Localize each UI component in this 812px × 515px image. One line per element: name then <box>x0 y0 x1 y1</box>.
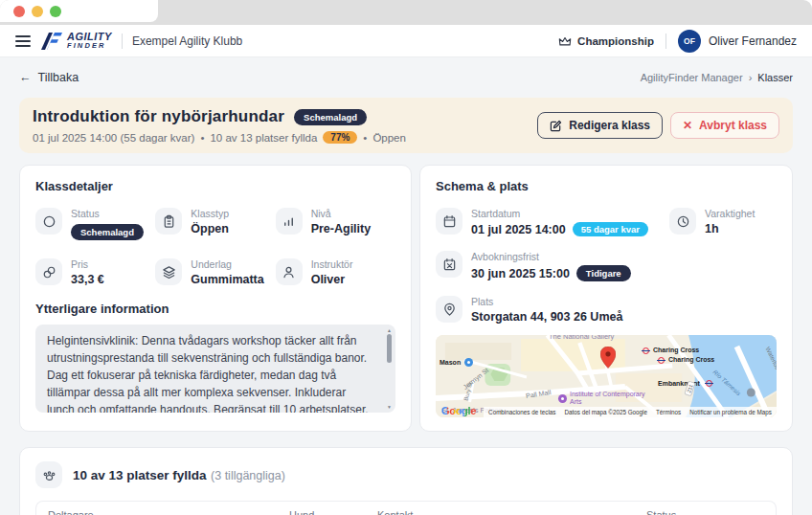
map-attribution: Combinaciones de teclas Datos del mapa ©… <box>484 407 777 417</box>
map-poi-mason-icon <box>464 358 473 367</box>
user-avatar: OF <box>678 30 701 53</box>
column-dog: Hund <box>289 509 377 515</box>
earlier-badge: Tidigare <box>576 265 631 281</box>
map-poi-ica-icon <box>558 394 567 403</box>
breadcrumb-current[interactable]: Klasser <box>757 72 793 83</box>
underground-roundel-icon <box>643 347 649 354</box>
clock-icon <box>669 208 696 235</box>
schedule-start: Startdatum 01 jul 2025 14:00 55 dagar kv… <box>436 208 669 236</box>
additional-info-text: Helgintensivklinik: Denna tvådagars work… <box>47 332 376 413</box>
participants-card: 10 av 13 platser fyllda (3 tillgängliga)… <box>19 447 793 515</box>
class-meta: 01 jul 2025 14:00 (55 dagar kvar) • 10 a… <box>33 131 406 144</box>
breadcrumb: AgilityFinder Manager › Klasser <box>641 72 793 83</box>
map-label-charing-cross-1: Charing Cross <box>653 347 699 353</box>
page-title: Introduktion för nybörjarhundar <box>33 107 284 126</box>
underground-roundel-icon-2 <box>658 357 665 364</box>
map-label-charing-cross-2: Charing Cross <box>668 356 714 363</box>
user-name: Oliver Fernandez <box>709 34 797 48</box>
underground-roundel-icon-3 <box>706 380 712 387</box>
clipboard-icon <box>155 208 182 235</box>
google-logo: Google <box>441 405 476 416</box>
scrollbar-thumb[interactable] <box>387 334 392 363</box>
class-open-state: Öppen <box>372 132 406 144</box>
participants-available: (3 tillgängliga) <box>211 469 285 482</box>
user-menu[interactable]: OF Oliver Fernandez <box>678 30 797 53</box>
app-header: AGILITY FINDER Exempel Agility Klubb Cha… <box>0 25 812 57</box>
details-card-title: Klassdetaljer <box>35 179 395 193</box>
detail-surface: Underlag Gummimatta <box>155 258 275 286</box>
location-map[interactable]: The National Gallery Mason Jermyn St Bur… <box>436 335 777 417</box>
header-divider <box>122 34 123 49</box>
breadcrumb-root[interactable]: AgilityFinder Manager <box>641 72 743 83</box>
zoom-window-button[interactable] <box>50 6 61 17</box>
calendar-icon <box>436 208 462 235</box>
detail-level: Nivå Pre-Agility <box>276 208 395 239</box>
participants-table: Deltagare Hund Kontakt Status Victor Lin… <box>35 501 777 515</box>
scroll-up-icon[interactable]: ▲ <box>387 327 392 333</box>
schedule-card: Schema & plats Startdatum 01 jul 2025 14… <box>419 165 793 432</box>
logo-text: AGILITY FINDER <box>67 32 112 50</box>
crown-icon <box>558 35 572 47</box>
back-link[interactable]: ← Tillbaka <box>19 71 79 84</box>
detail-class-type: Klasstyp Öppen <box>155 208 275 239</box>
schedule-card-title: Schema & plats <box>436 179 777 193</box>
circle-status-icon <box>35 208 62 235</box>
schedule-deadline: Avbokningsfrist 30 jun 2025 15:00 Tidiga… <box>436 251 777 281</box>
additional-info-box[interactable]: Helgintensivklinik: Denna tvådagars work… <box>35 325 395 413</box>
column-contact: Kontakt <box>377 509 646 515</box>
agilityfinder-logo[interactable]: AGILITY FINDER <box>40 32 112 51</box>
map-label-ica: Institute of Contemporary Arts <box>570 391 652 406</box>
map-data-copyright: Datos del mapa ©2025 Google <box>564 409 647 415</box>
calendar-x-icon <box>436 251 462 278</box>
close-icon: ✕ <box>683 119 692 132</box>
map-terms-link[interactable]: Términos <box>656 409 681 415</box>
map-keyboard-shortcuts[interactable]: Combinaciones de teclas <box>488 409 555 415</box>
window-controls <box>13 6 61 17</box>
column-status: Status <box>646 509 764 515</box>
detail-status-badge: Schemalagd <box>71 224 144 240</box>
participants-title: 10 av 13 platser fyllda <box>73 468 207 482</box>
map-label-national-gallery: The National Gallery <box>549 335 614 341</box>
coins-icon <box>35 258 62 285</box>
map-report-link[interactable]: Notificar un problema de Maps <box>689 409 772 415</box>
layers-icon <box>155 258 182 285</box>
additional-info-title: Ytterligare information <box>35 302 395 316</box>
class-details-card: Klassdetaljer Status Schemalagd <box>19 165 412 432</box>
close-window-button[interactable] <box>13 6 25 17</box>
cancel-class-button[interactable]: ✕ Avbryt klass <box>670 112 779 139</box>
scroll-down-icon[interactable]: ▼ <box>387 404 392 410</box>
class-fill: 10 av 13 platser fyllda <box>210 132 317 144</box>
bar-chart-icon <box>276 208 303 235</box>
breadcrumb-separator: › <box>749 72 753 83</box>
person-icon <box>276 258 303 285</box>
club-name: Exempel Agility Klubb <box>132 34 242 48</box>
schedule-location: Plats Storgatan 44, 903 26 Umeå <box>436 296 777 324</box>
map-label-mason: Mason <box>440 359 461 366</box>
minimize-window-button[interactable] <box>32 6 43 17</box>
detail-status: Status Schemalagd <box>35 208 155 239</box>
fill-percent-badge: 77% <box>323 131 357 144</box>
detail-price: Pris 33,3 € <box>35 258 155 286</box>
info-scrollbar[interactable]: ▲ ▼ <box>386 327 394 410</box>
paw-icon <box>35 461 62 488</box>
column-participant: Deltagare <box>48 509 289 515</box>
header-divider-2 <box>665 34 666 49</box>
status-badge: Schemalagd <box>294 109 367 125</box>
edit-icon <box>550 120 562 132</box>
back-arrow-icon: ← <box>19 71 32 84</box>
championship-plan-button[interactable]: Championship <box>558 35 654 47</box>
schedule-duration: Varaktighet 1h <box>669 208 777 236</box>
window-titlebar <box>0 0 812 25</box>
class-banner: Introduktion för nybörjarhundar Schemala… <box>19 98 793 153</box>
detail-instructor: Instruktör Oliver <box>276 258 395 286</box>
map-pin-icon <box>436 296 462 323</box>
map-marker-icon[interactable] <box>600 347 616 369</box>
table-header-row: Deltagare Hund Kontakt Status <box>36 502 776 515</box>
edit-class-button[interactable]: Redigera klass <box>537 112 663 139</box>
days-left-badge: 55 dagar kvar <box>573 222 648 236</box>
menu-icon[interactable] <box>15 35 31 47</box>
page-content: ← Tillbaka AgilityFinder Manager › Klass… <box>0 57 812 515</box>
class-datetime: 01 jul 2025 14:00 (55 dagar kvar) <box>33 132 194 144</box>
logo-mark-icon <box>40 32 63 51</box>
